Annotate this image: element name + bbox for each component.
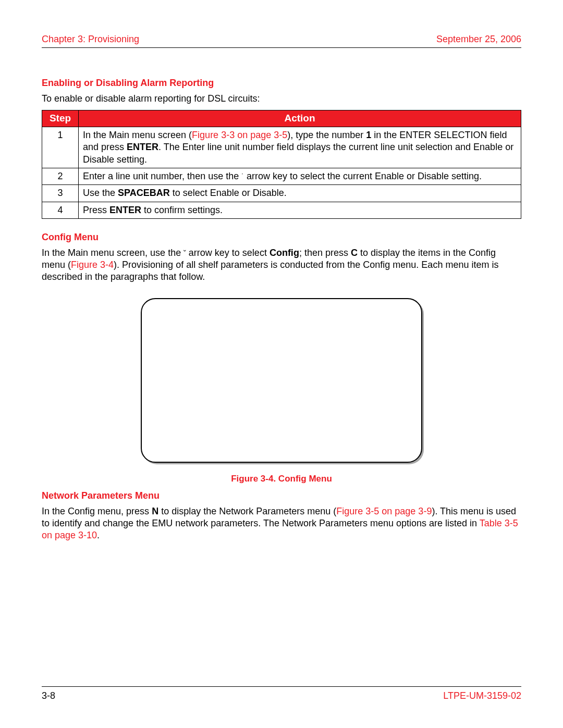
steps-table: Step Action 1 In the Main menu screen (F… (42, 110, 521, 219)
page-header: Chapter 3: Provisioning September 25, 20… (42, 33, 521, 48)
header-date: September 25, 2006 (436, 33, 521, 45)
col-header-step: Step (42, 110, 79, 127)
section-title-network: Network Parameters Menu (42, 490, 521, 502)
section-title-alarm: Enabling or Disabling Alarm Reporting (42, 77, 521, 89)
table-row: 4 Press ENTER to confirm settings. (42, 202, 521, 218)
step-action: Press ENTER to confirm settings. (79, 202, 521, 218)
xref-link[interactable]: Figure 3-3 on page 3-5 (192, 130, 287, 140)
section-title-config: Config Menu (42, 231, 521, 243)
page-footer: 3-8 LTPE-UM-3159-02 (42, 686, 521, 702)
col-header-action: Action (79, 110, 521, 127)
step-action: Use the SPACEBAR to select Enable or Dis… (79, 185, 521, 202)
table-row: 1 In the Main menu screen (Figure 3-3 on… (42, 127, 521, 168)
step-action: In the Main menu screen (Figure 3-3 on p… (79, 127, 521, 168)
figure-placeholder (141, 298, 422, 463)
xref-link[interactable]: Figure 3-4 (71, 260, 114, 270)
step-number: 4 (42, 202, 79, 218)
network-paragraph: In the Config menu, press N to display t… (42, 505, 521, 542)
step-number: 1 (42, 127, 79, 168)
figure-caption: Figure 3-4. Config Menu (42, 473, 521, 485)
step-number: 3 (42, 185, 79, 202)
table-row: 2 Enter a line unit number, then use the… (42, 168, 521, 185)
section-intro-alarm: To enable or disable alarm reporting for… (42, 93, 521, 105)
chapter-label: Chapter 3: Provisioning (42, 33, 139, 45)
page-number: 3-8 (42, 690, 55, 702)
config-paragraph: In the Main menu screen, use the ˘ arrow… (42, 247, 521, 283)
step-action: Enter a line unit number, then use the ˙… (79, 168, 521, 185)
xref-link[interactable]: Figure 3-5 on page 3-9 (336, 506, 432, 516)
table-row: 3 Use the SPACEBAR to select Enable or D… (42, 185, 521, 202)
step-number: 2 (42, 168, 79, 185)
document-id: LTPE-UM-3159-02 (443, 690, 521, 702)
